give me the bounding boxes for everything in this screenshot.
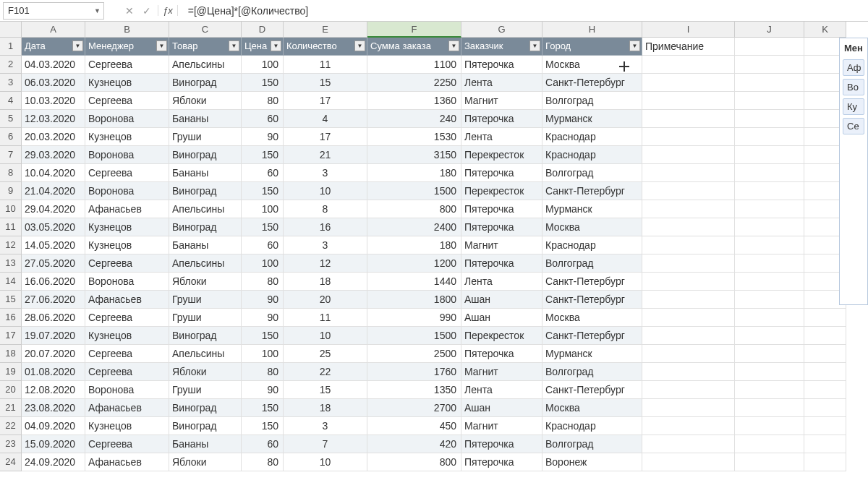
cell-I3[interactable] bbox=[642, 74, 735, 92]
cell-A3[interactable]: 06.03.2020 bbox=[22, 74, 85, 92]
table-header-H[interactable]: Город▼ bbox=[542, 38, 642, 56]
cell-A14[interactable]: 16.06.2020 bbox=[22, 273, 85, 291]
cell-B5[interactable]: Воронова bbox=[85, 110, 169, 128]
formula-input[interactable]: =[@Цена]*[@Количество] bbox=[182, 5, 865, 17]
col-header-D[interactable]: D bbox=[242, 22, 284, 38]
cell-D6[interactable]: 90 bbox=[242, 128, 284, 146]
cell-C18[interactable]: Апельсины bbox=[169, 345, 242, 363]
cell-C9[interactable]: Виноград bbox=[169, 182, 242, 200]
cell-J2[interactable] bbox=[735, 56, 804, 74]
cell-J11[interactable] bbox=[735, 218, 804, 236]
cell-D18[interactable]: 100 bbox=[242, 345, 284, 363]
cell-D13[interactable]: 100 bbox=[242, 254, 284, 273]
cell-G7[interactable]: Перекресток bbox=[461, 146, 542, 164]
cell-H15[interactable]: Санкт-Петербург bbox=[542, 291, 642, 309]
cell-I19[interactable] bbox=[642, 363, 735, 381]
cell-I13[interactable] bbox=[642, 254, 735, 273]
cell-E9[interactable]: 10 bbox=[284, 182, 367, 200]
cell-B22[interactable]: Кузнецов bbox=[85, 417, 169, 435]
row-header-16[interactable]: 16 bbox=[0, 309, 22, 327]
cell-A20[interactable]: 12.08.2020 bbox=[22, 381, 85, 399]
cell-C4[interactable]: Яблоки bbox=[169, 92, 242, 110]
cell-J24[interactable] bbox=[735, 453, 804, 471]
cell-D3[interactable]: 150 bbox=[242, 74, 284, 92]
slicer-item[interactable]: Во bbox=[843, 79, 864, 95]
cell-I22[interactable] bbox=[642, 417, 735, 435]
row-header-19[interactable]: 19 bbox=[0, 363, 22, 381]
cell-D7[interactable]: 150 bbox=[242, 146, 284, 164]
cell-D24[interactable]: 80 bbox=[242, 453, 284, 471]
cell-D8[interactable]: 60 bbox=[242, 164, 284, 182]
cell-I7[interactable] bbox=[642, 146, 735, 164]
cell-K20[interactable] bbox=[804, 381, 846, 399]
cell-I8[interactable] bbox=[642, 164, 735, 182]
row-header-11[interactable]: 11 bbox=[0, 218, 22, 236]
cell-J17[interactable] bbox=[735, 327, 804, 345]
cell-G5[interactable]: Пятерочка bbox=[461, 110, 542, 128]
cell-B4[interactable]: Сергеева bbox=[85, 92, 169, 110]
cell-J3[interactable] bbox=[735, 74, 804, 92]
cell-G23[interactable]: Пятерочка bbox=[461, 435, 542, 453]
slicer-item[interactable]: Се bbox=[843, 118, 864, 134]
row-header-20[interactable]: 20 bbox=[0, 381, 22, 399]
cell-E10[interactable]: 8 bbox=[284, 200, 367, 218]
cell-I11[interactable] bbox=[642, 218, 735, 236]
cell-I5[interactable] bbox=[642, 110, 735, 128]
cell-E19[interactable]: 22 bbox=[284, 363, 367, 381]
cell-E7[interactable]: 21 bbox=[284, 146, 367, 164]
col-header-C[interactable]: C bbox=[169, 22, 242, 38]
cell-C12[interactable]: Бананы bbox=[169, 236, 242, 254]
cell-F24[interactable]: 800 bbox=[367, 453, 461, 471]
cell-F10[interactable]: 800 bbox=[367, 200, 461, 218]
cell-D5[interactable]: 60 bbox=[242, 110, 284, 128]
col-header-G[interactable]: G bbox=[461, 22, 542, 38]
cell-G4[interactable]: Магнит bbox=[461, 92, 542, 110]
cell-H9[interactable]: Санкт-Петербург bbox=[542, 182, 642, 200]
cell-E14[interactable]: 18 bbox=[284, 273, 367, 291]
cell-H14[interactable]: Санкт-Петербург bbox=[542, 273, 642, 291]
col-header-F[interactable]: F bbox=[367, 22, 461, 38]
cell-F5[interactable]: 240 bbox=[367, 110, 461, 128]
cell-B20[interactable]: Воронова bbox=[85, 381, 169, 399]
cell-K19[interactable] bbox=[804, 363, 846, 381]
cell-F16[interactable]: 990 bbox=[367, 309, 461, 327]
cell-H21[interactable]: Москва bbox=[542, 399, 642, 417]
row-header-15[interactable]: 15 bbox=[0, 291, 22, 309]
cell-K22[interactable] bbox=[804, 417, 846, 435]
cell-J16[interactable] bbox=[735, 309, 804, 327]
fx-label[interactable]: ƒx bbox=[158, 5, 178, 16]
cell-A24[interactable]: 24.09.2020 bbox=[22, 453, 85, 471]
cell-D22[interactable]: 150 bbox=[242, 417, 284, 435]
cell-G12[interactable]: Магнит bbox=[461, 236, 542, 254]
cell-F7[interactable]: 3150 bbox=[367, 146, 461, 164]
filter-dropdown-icon[interactable]: ▼ bbox=[354, 40, 365, 51]
cell-I6[interactable] bbox=[642, 128, 735, 146]
cell-B17[interactable]: Кузнецов bbox=[85, 327, 169, 345]
cell-D2[interactable]: 100 bbox=[242, 56, 284, 74]
col-header-H[interactable]: H bbox=[542, 22, 642, 38]
cell-H13[interactable]: Волгоград bbox=[542, 254, 642, 273]
cell-J8[interactable] bbox=[735, 164, 804, 182]
cell-K16[interactable] bbox=[804, 309, 846, 327]
cell-E18[interactable]: 25 bbox=[284, 345, 367, 363]
cell-C15[interactable]: Груши bbox=[169, 291, 242, 309]
cell-I23[interactable] bbox=[642, 435, 735, 453]
filter-dropdown-icon[interactable]: ▼ bbox=[448, 40, 459, 51]
row-header-10[interactable]: 10 bbox=[0, 200, 22, 218]
cell-E2[interactable]: 11 bbox=[284, 56, 367, 74]
cell-C19[interactable]: Яблоки bbox=[169, 363, 242, 381]
cell-I16[interactable] bbox=[642, 309, 735, 327]
cell-E12[interactable]: 3 bbox=[284, 236, 367, 254]
row-header-13[interactable]: 13 bbox=[0, 254, 22, 273]
table-header-B[interactable]: Менеджер▼ bbox=[85, 38, 169, 56]
cell-C2[interactable]: Апельсины bbox=[169, 56, 242, 74]
row-header-8[interactable]: 8 bbox=[0, 164, 22, 182]
cell-F21[interactable]: 2700 bbox=[367, 399, 461, 417]
cell-D9[interactable]: 150 bbox=[242, 182, 284, 200]
cell-E21[interactable]: 18 bbox=[284, 399, 367, 417]
row-header-3[interactable]: 3 bbox=[0, 74, 22, 92]
cell-B24[interactable]: Афанасьев bbox=[85, 453, 169, 471]
cell-D17[interactable]: 150 bbox=[242, 327, 284, 345]
cell-G24[interactable]: Пятерочка bbox=[461, 453, 542, 471]
table-header-C[interactable]: Товар▼ bbox=[169, 38, 242, 56]
